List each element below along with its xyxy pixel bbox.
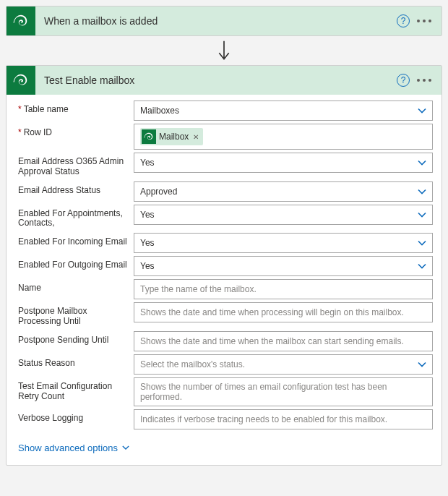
field-name[interactable]: Type the name of the mailbox. — [134, 279, 433, 299]
label-postpone-proc: Postpone Mailbox Processing Until — [15, 302, 134, 328]
label-postpone-send: Postpone Sending Until — [15, 331, 134, 351]
field-enabled-out[interactable]: Yes — [134, 256, 433, 276]
field-email-o365[interactable]: Yes — [134, 153, 433, 173]
field-table-name[interactable]: Mailboxes — [134, 101, 433, 121]
show-advanced-options[interactable]: Show advanced options — [15, 442, 129, 453]
action-header[interactable]: Test Enable mailbox ? — [7, 66, 441, 95]
help-icon[interactable]: ? — [397, 74, 410, 87]
more-icon[interactable] — [414, 79, 434, 82]
trigger-title: When a mailbox is added — [35, 15, 397, 27]
label-email-status: Email Address Status — [15, 181, 134, 202]
chevron-down-icon — [122, 442, 129, 453]
chevron-down-icon — [418, 360, 426, 369]
label-email-o365: Email Address O365 Admin Approval Status — [15, 153, 134, 179]
more-icon[interactable] — [414, 20, 434, 22]
label-enabled-out: Enabled For Outgoing Email — [15, 256, 134, 276]
trigger-card[interactable]: When a mailbox is added ? — [6, 6, 442, 36]
dataverse-icon — [7, 7, 35, 35]
field-status-reason[interactable]: Select the mailbox's status. — [134, 354, 433, 375]
field-postpone-send[interactable]: Shows the date and time when the mailbox… — [134, 331, 433, 351]
chevron-down-icon — [418, 187, 426, 196]
chevron-down-icon — [418, 158, 426, 167]
close-icon[interactable]: ✕ — [193, 133, 199, 141]
chevron-down-icon — [418, 239, 426, 247]
label-enabled-in: Enabled For Incoming Email — [15, 233, 134, 253]
label-name: Name — [15, 279, 134, 299]
label-enabled-appt: Enabled For Appointments, Contacts, — [15, 205, 134, 231]
label-status-reason: Status Reason — [15, 354, 134, 375]
label-row-id: Row ID — [15, 124, 134, 144]
action-title: Test Enable mailbox — [35, 74, 397, 86]
field-verbose[interactable]: Indicates if verbose tracing needs to be… — [134, 409, 433, 429]
dataverse-icon — [7, 66, 35, 95]
action-card: Test Enable mailbox ? Table name Mailbox… — [6, 65, 442, 466]
field-row-id[interactable]: Mailbox ✕ — [134, 124, 433, 150]
field-postpone-proc[interactable]: Shows the date and time when processing … — [134, 302, 433, 322]
label-retry-count: Test Email Configuration Retry Count — [15, 377, 134, 403]
chevron-down-icon — [418, 210, 426, 219]
chevron-down-icon — [418, 262, 426, 270]
label-table-name: Table name — [15, 101, 134, 121]
dataverse-icon — [142, 129, 156, 144]
dynamic-token[interactable]: Mailbox ✕ — [140, 128, 203, 145]
field-enabled-in[interactable]: Yes — [134, 233, 433, 253]
field-enabled-appt[interactable]: Yes — [134, 205, 433, 225]
help-icon[interactable]: ? — [397, 14, 410, 27]
flow-arrow-icon — [217, 36, 231, 65]
field-email-status[interactable]: Approved — [134, 181, 433, 202]
chevron-down-icon — [418, 106, 426, 115]
field-retry-count[interactable]: Shows the number of times an email confi… — [134, 377, 433, 406]
label-verbose: Verbose Logging — [15, 409, 134, 429]
